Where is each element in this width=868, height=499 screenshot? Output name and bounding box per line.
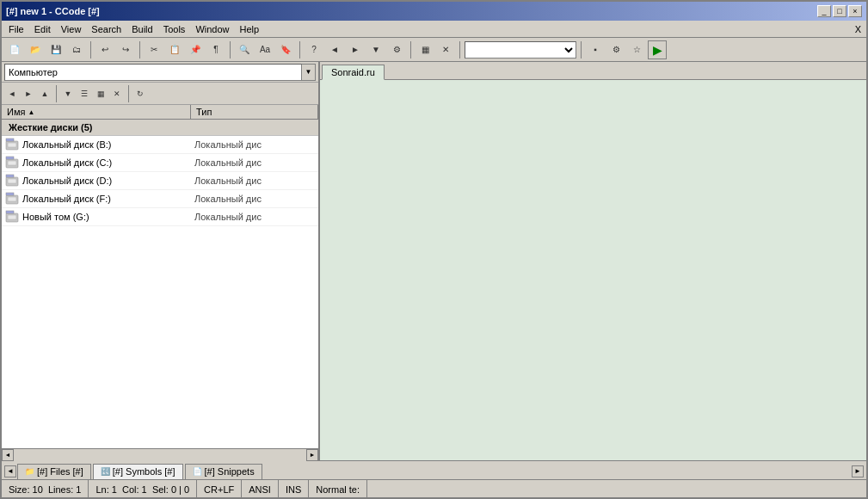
files-tab-icon: 📁 — [25, 467, 34, 476]
toolbar-sep-1 — [90, 41, 91, 59]
save-file-icon: 💾 — [51, 45, 61, 54]
help-btn[interactable]: ? — [305, 40, 323, 59]
hscroll-right-button[interactable]: ► — [306, 449, 318, 461]
panel-tab-files[interactable]: 📁 [#] Files [#] — [17, 464, 91, 479]
match-case-button[interactable]: Aa — [255, 40, 274, 59]
editor-panel: Sonraid.ru — [320, 62, 866, 460]
minimize-button[interactable]: _ — [817, 5, 831, 17]
open-file-button[interactable]: 📂 — [26, 40, 45, 59]
svg-rect-2 — [6, 139, 14, 141]
menu-bar: File Edit View Search Build Tools Window… — [2, 21, 866, 38]
menu-file[interactable]: File — [3, 22, 29, 36]
panel-tab-symbols[interactable]: 🔣 [#] Symbols [#] — [93, 464, 183, 479]
save-all-icon: 🗂 — [72, 45, 81, 54]
file-list-header: Имя ▲ Тип — [2, 105, 318, 120]
window-title: [#] new 1 - CCode [#] — [6, 6, 100, 16]
status-extra: Normal te: — [309, 480, 367, 498]
cut-icon: ✂ — [151, 45, 157, 54]
panel-nav-left-button[interactable]: ◄ — [4, 465, 16, 477]
status-charset: ANSI — [242, 480, 279, 498]
column-name-header[interactable]: Имя ▲ — [2, 105, 191, 119]
menu-view[interactable]: View — [56, 22, 87, 36]
fp-down-button[interactable]: ▼ — [60, 86, 76, 102]
toolbar-sep-7 — [581, 41, 582, 59]
paste-icon: 📌 — [190, 45, 200, 54]
fp-back-icon: ◄ — [9, 89, 16, 98]
list-item[interactable]: Локальный диск (C:) Локальный дис — [2, 154, 318, 172]
fp-detail-view-button[interactable]: ▦ — [93, 86, 108, 102]
disk-icon — [5, 138, 19, 151]
save-all-button[interactable]: 🗂 — [67, 40, 86, 59]
list-item[interactable]: Новый том (G:) Локальный дис — [2, 208, 318, 226]
status-size: Size: 10 Lines: 1 — [2, 480, 89, 498]
fp-forward-button[interactable]: ► — [21, 86, 36, 102]
format-button[interactable]: ¶ — [206, 40, 225, 59]
editor-tabs: Sonraid.ru — [320, 62, 866, 80]
paste-button[interactable]: 📌 — [186, 40, 205, 59]
run-icon: ▶ — [653, 43, 662, 57]
editor-content[interactable] — [320, 80, 866, 460]
close-panel-button[interactable]: ✕ — [436, 40, 455, 59]
hscroll-track[interactable] — [14, 449, 306, 461]
list-item[interactable]: Локальный диск (F:) Локальный дис — [2, 190, 318, 208]
nav-list-button[interactable]: ▼ — [366, 40, 385, 59]
svg-rect-14 — [6, 211, 14, 213]
undo-button[interactable]: ↩ — [95, 40, 114, 59]
file-panel-hscrollbar[interactable]: ◄ ► — [2, 448, 318, 460]
toolbar-sep-6 — [459, 41, 460, 59]
panel-nav-right-button[interactable]: ► — [852, 465, 864, 477]
nav-back-icon: ◄ — [330, 45, 339, 54]
svg-rect-5 — [6, 157, 14, 159]
toolbar-extra-btn1[interactable]: ▪ — [586, 40, 605, 59]
search-toolbar-icon: 🔍 — [239, 45, 249, 54]
toolbar: 📄 📂 💾 🗂 ↩ ↪ ✂ 📋 📌 ¶ 🔍 Aa 🔖 ? ◄ — [2, 38, 866, 62]
symbols-tab-icon: 🔣 — [101, 467, 110, 476]
list-item[interactable]: Локальный диск (D:) Локальный дис — [2, 172, 318, 190]
fp-up-button[interactable]: ▲ — [37, 86, 52, 102]
disk-icon — [5, 210, 19, 224]
maximize-button[interactable]: □ — [833, 5, 846, 17]
nav-forward-button[interactable]: ► — [346, 40, 365, 59]
menu-window[interactable]: Window — [190, 22, 234, 36]
save-file-button[interactable]: 💾 — [46, 40, 65, 59]
bookmark-button[interactable]: 🔖 — [276, 40, 295, 59]
toolbar-extra-btn2[interactable]: ⚙ — [606, 40, 625, 59]
menu-tools[interactable]: Tools — [158, 22, 191, 36]
redo-button[interactable]: ↪ — [116, 40, 135, 59]
column-type-header[interactable]: Тип — [191, 105, 318, 119]
menu-search[interactable]: Search — [86, 22, 126, 36]
tab-sonraid[interactable]: Sonraid.ru — [322, 65, 385, 80]
run-button[interactable]: ▶ — [648, 40, 667, 59]
settings-button[interactable]: ⚙ — [387, 40, 406, 59]
menu-edit[interactable]: Edit — [29, 22, 56, 36]
help-icon: ? — [311, 45, 317, 54]
fp-close-button[interactable]: ✕ — [109, 86, 125, 102]
grid-view-button[interactable]: ▦ — [416, 40, 434, 59]
toolbar-combo[interactable] — [465, 41, 576, 59]
fp-close-icon: ✕ — [114, 89, 120, 98]
fp-list-view-button[interactable]: ☰ — [77, 86, 92, 102]
nav-forward-icon: ► — [351, 45, 360, 54]
file-list-container[interactable]: Имя ▲ Тип Жесткие диски (5) — [2, 105, 318, 448]
new-file-button[interactable]: 📄 — [5, 40, 24, 59]
fp-sep2 — [128, 85, 129, 102]
fp-refresh-button[interactable]: ↻ — [132, 86, 148, 102]
panel-tab-snippets[interactable]: 📄 [#] Snippets — [185, 464, 262, 479]
search-toolbar-button[interactable]: 🔍 — [235, 40, 254, 59]
snippets-tab-icon: 📄 — [193, 467, 202, 476]
fp-back-button[interactable]: ◄ — [4, 86, 20, 102]
location-dropdown-button[interactable]: ▼ — [302, 64, 316, 81]
hscroll-left-button[interactable]: ◄ — [2, 449, 14, 461]
close-button[interactable]: × — [848, 5, 862, 17]
cut-button[interactable]: ✂ — [145, 40, 163, 59]
copy-button[interactable]: 📋 — [165, 40, 184, 59]
location-input[interactable] — [4, 64, 302, 81]
list-item[interactable]: Локальный диск (B:) Локальный дис — [2, 136, 318, 154]
toolbar-extra-btn3[interactable]: ☆ — [627, 40, 646, 59]
new-file-icon: 📄 — [9, 45, 20, 54]
menu-build[interactable]: Build — [126, 22, 157, 36]
nav-back-button[interactable]: ◄ — [325, 40, 344, 59]
menu-help[interactable]: Help — [235, 22, 265, 36]
toolbar-sep-4 — [299, 41, 300, 59]
title-bar-buttons: _ □ × — [817, 5, 862, 17]
